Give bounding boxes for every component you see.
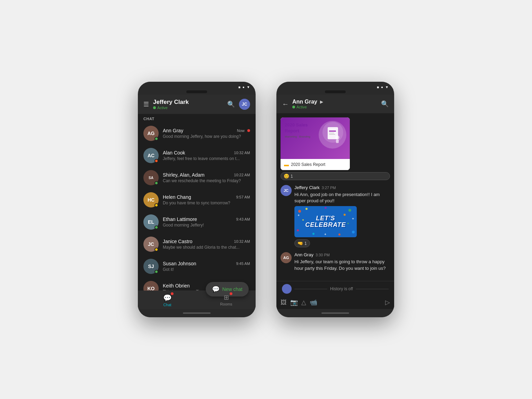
scene: ■ ● ▼ ☰ Jeffery Clark Active xyxy=(124,68,408,331)
svg-point-8 xyxy=(305,208,308,210)
rooms-badge xyxy=(230,292,232,295)
expand-icon[interactable]: ▶ xyxy=(320,99,323,104)
jeffery-message-block: JC Jeffery Clark 3:27 PM Hi Ann, good jo… xyxy=(281,185,390,247)
user-avatar[interactable]: JC xyxy=(239,99,250,110)
contact-name: Ann Gray xyxy=(292,99,317,105)
avatar-wrapper: AC xyxy=(143,148,159,163)
chat-input-area: History is off 🖼 📷 △ 📹 ▷ xyxy=(276,281,394,309)
list-item[interactable]: EL Ethan Lattimore 9:43 AM Good morning … xyxy=(138,211,256,233)
name-row: Janice Castro 10:32 AM xyxy=(163,239,250,244)
reaction-pill[interactable]: 🤜 1 xyxy=(294,239,310,247)
video-icon[interactable]: 📹 xyxy=(310,299,317,306)
sender-row: Jeffery Clark 3:27 PM xyxy=(294,185,390,190)
message-text: Hi Ann, good job on the presentation!! I… xyxy=(294,192,390,204)
list-item[interactable]: AC Alan Cook 10:32 AM Jeffery, feel free… xyxy=(138,144,256,167)
chat-badge xyxy=(171,292,174,295)
name-row: Shirley, Alan, Adam 10:22 AM xyxy=(163,172,250,178)
svg-point-9 xyxy=(348,209,351,212)
svg-text:✦: ✦ xyxy=(324,232,327,236)
contact-name: Ethan Lattimore xyxy=(163,216,197,222)
header-title-block: Jeffery Clark Active xyxy=(153,99,189,110)
file-card[interactable]: 2020 Sales Report Marketing · Branding ▬… xyxy=(281,117,350,170)
back-button[interactable]: ← xyxy=(282,100,289,108)
name-row: Ann Gray Now xyxy=(163,128,250,133)
svg-point-10 xyxy=(344,214,346,216)
phone-bottom-bar xyxy=(276,309,394,317)
name-row: Helen Chang 9:57 AM xyxy=(163,194,250,200)
svg-point-17 xyxy=(347,223,349,224)
active-dot xyxy=(292,106,295,108)
nav-item-rooms[interactable]: ⊞ Rooms xyxy=(197,291,256,309)
header-left: ← Ann Gray ▶ Active xyxy=(282,99,323,109)
chat-time: Now xyxy=(237,128,245,133)
chat-nav-icon: 💬 xyxy=(163,294,172,302)
active-label: Active xyxy=(157,106,168,110)
send-button[interactable]: ▷ xyxy=(385,299,390,306)
list-item[interactable]: AG Ann Gray Now Good morning Jeffery, ho… xyxy=(138,122,256,144)
image-picker-icon[interactable]: 🖼 xyxy=(281,299,287,306)
list-item[interactable]: SJ Susan Johnson 9:45 AM Got it! xyxy=(138,255,256,277)
chat-preview: Maybe we should add Gloria to the chat..… xyxy=(163,245,250,250)
user-name: Jeffery Clark xyxy=(153,99,189,106)
reaction-emoji: 😊 xyxy=(284,174,289,179)
status-dot xyxy=(154,137,158,141)
nav-item-chat[interactable]: 💬 Chat xyxy=(138,291,197,309)
name-row: Ethan Lattimore 9:43 AM xyxy=(163,216,250,222)
list-item[interactable]: SA Shirley, Alan, Adam 10:22 AM Can we r… xyxy=(138,167,256,189)
right-phone: ■ ● ▼ ← Ann Gray ▶ Active xyxy=(276,82,394,317)
message-input[interactable] xyxy=(321,300,382,305)
svg-point-5 xyxy=(335,135,339,140)
avatar-wrapper: SJ xyxy=(143,259,159,274)
chat-info: Susan Johnson 9:45 AM Got it! xyxy=(163,261,250,272)
reaction-pill[interactable]: 😊 1 xyxy=(281,172,390,180)
active-label: Active xyxy=(296,105,307,109)
search-icon[interactable]: 🔍 xyxy=(227,100,235,108)
contact-name: Shirley, Alan, Adam xyxy=(163,172,204,178)
status-circle: ● xyxy=(381,85,383,89)
ann-message-block: AG Ann Gray 3:30 PM Hi Jeffery, our team… xyxy=(281,252,390,271)
drive-icon[interactable]: △ xyxy=(301,299,306,306)
chat-info: Alan Cook 10:32 AM Jeffery, feel free to… xyxy=(163,150,250,161)
celebrate-image: ✦ ✦ ✦ LET'SCELEBRATE xyxy=(294,206,357,237)
message-text: Hi Jeffery, our team is going to throw a… xyxy=(294,259,390,271)
contact-name: Susan Johnson xyxy=(163,261,196,266)
reaction-emoji: 🤜 xyxy=(298,241,303,246)
sender-row: Ann Gray 3:30 PM xyxy=(294,252,390,257)
chat-time: 9:57 AM xyxy=(236,195,250,199)
list-item[interactable]: JC Janice Castro 10:32 AM Maybe we shoul… xyxy=(138,233,256,255)
bottom-nav: 💬 Chat ⊞ Rooms xyxy=(138,291,256,309)
svg-rect-4 xyxy=(329,134,335,135)
avatar-wrapper: AG xyxy=(143,126,159,141)
chat-preview: Good morning Jeffery, how are you doing? xyxy=(163,134,250,139)
status-dot xyxy=(154,225,158,229)
history-divider xyxy=(356,289,389,289)
search-icon[interactable]: 🔍 xyxy=(381,100,389,108)
list-item[interactable]: HC Helen Chang 9:57 AM Do you have time … xyxy=(138,189,256,211)
confetti-dots: ✦ ✦ ✦ xyxy=(294,206,357,237)
unread-badge xyxy=(247,129,250,132)
file-thumbnail: 2020 Sales Report Marketing · Branding xyxy=(281,117,350,159)
chat-time: 9:45 AM xyxy=(236,261,250,266)
file-title-overlay: 2020 Sales Report Marketing · Branding xyxy=(285,122,310,139)
rooms-nav-icon: ⊞ xyxy=(224,294,229,301)
svg-text:✦: ✦ xyxy=(352,217,354,221)
menu-icon[interactable]: ☰ xyxy=(143,100,149,108)
home-bar xyxy=(321,312,349,314)
sender-name: Jeffery Clark xyxy=(294,185,320,190)
chat-list: AG Ann Gray Now Good morning Jeffery, ho… xyxy=(138,122,256,291)
history-off-label: History is off xyxy=(330,286,353,291)
status-dot xyxy=(154,159,158,163)
avatar-wrapper: KO xyxy=(143,281,159,291)
message-timestamp: 3:27 PM xyxy=(322,186,336,190)
home-bar xyxy=(183,312,211,314)
contact-name: Janice Castro xyxy=(163,239,193,244)
chat-info: Ethan Lattimore 9:43 AM Good morning Jef… xyxy=(163,216,250,228)
phone-notch xyxy=(186,90,207,93)
right-status-bar: ■ ● ▼ xyxy=(276,82,394,90)
chat-time: 9:43 AM xyxy=(236,217,250,221)
camera-icon[interactable]: 📷 xyxy=(290,299,298,306)
status-square: ■ xyxy=(238,85,240,89)
left-screen: ☰ Jeffery Clark Active 🔍 JC CHAT xyxy=(138,95,256,309)
contact-name: Alan Cook xyxy=(163,150,185,156)
reaction-count: 1 xyxy=(304,241,307,246)
